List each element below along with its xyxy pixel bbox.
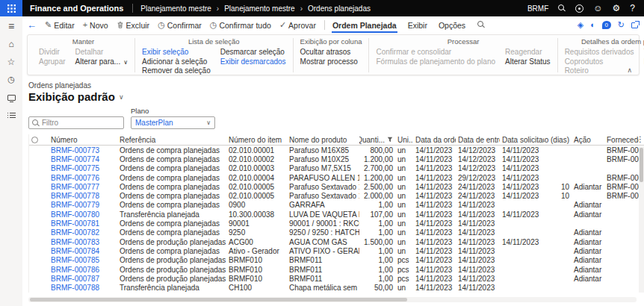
attachments-icon[interactable]: ◈ (578, 21, 583, 29)
cell-numero[interactable]: BRMF-000779 (49, 201, 117, 209)
filter-input[interactable] (42, 119, 120, 127)
column-header-referencia[interactable]: Referência (117, 136, 226, 144)
order-number-link[interactable]: BRMF-000780 (51, 210, 99, 219)
order-number-link[interactable]: BRMF-000779 (51, 201, 99, 209)
table-row[interactable]: BRMF-000776Ordens de compra planejadas02… (29, 173, 644, 182)
favorites-star-icon[interactable]: ☆ (7, 57, 16, 66)
view-selector[interactable]: Exibição padrão ∨ (28, 90, 123, 103)
cell-numero[interactable]: BRMF-000785 (49, 256, 117, 264)
cell-numero[interactable]: BRMF-000775 (49, 164, 117, 172)
column-options-icon[interactable]: ⋮ (637, 135, 644, 143)
tab-ordem-planejada[interactable]: Ordem Planejada (332, 18, 397, 33)
ribbon-item[interactable]: Alterar Status (505, 57, 551, 67)
table-row[interactable]: BRMF-000787Ordens de produção planejadas… (29, 274, 644, 283)
breadcrumb-item[interactable]: Ordens planejadas (308, 4, 371, 13)
feedback-smiley-icon[interactable]: ☺ (593, 4, 602, 13)
order-number-link[interactable]: BRMF-000774 (51, 155, 99, 163)
cell-numero[interactable]: BRMF-000776 (49, 174, 117, 182)
plan-select[interactable]: MasterPlan ∨ (131, 116, 215, 129)
column-header-unid[interactable]: Uni... (395, 136, 413, 144)
tab-exibir[interactable]: Exibir (407, 18, 428, 33)
delete-button[interactable]: Excluir (117, 21, 150, 30)
order-number-link[interactable]: BRMF-000773 (51, 146, 99, 154)
ribbon-item[interactable]: Ocultar atrasos (300, 48, 358, 57)
help-icon[interactable]: ? (630, 4, 635, 13)
order-number-link[interactable]: BRMF-000775 (51, 164, 99, 172)
select-all-circle-icon[interactable] (31, 137, 38, 143)
table-row[interactable]: BRMF-000775Ordens de compra planejadas02… (29, 164, 644, 173)
menu-icon[interactable]: ≡ (8, 21, 14, 31)
column-header-qtd[interactable]: Quanti... (359, 136, 395, 144)
order-number-link[interactable]: BRMF-000787 (51, 275, 99, 283)
recent-clock-icon[interactable]: ◷ (7, 75, 15, 84)
select-all-header[interactable] (29, 137, 49, 143)
horizontal-scrollbar-thumb[interactable] (30, 298, 407, 302)
app-title[interactable]: Finance and Operations (30, 4, 123, 13)
cell-numero[interactable]: BRMF-000783 (49, 238, 117, 246)
cell-numero[interactable]: BRMF-000784 (49, 247, 117, 255)
settings-gear-icon[interactable]: ⚙ (613, 4, 621, 13)
order-number-link[interactable]: BRMF-000788 (51, 284, 99, 292)
alerts-icon[interactable] (575, 4, 583, 13)
breadcrumb-item[interactable]: Planejamento mestre (140, 4, 211, 13)
ribbon-item[interactable]: Adicionar à seleção (142, 57, 211, 67)
cell-numero[interactable]: BRMF-000778 (49, 192, 117, 200)
column-header-fornecedor[interactable]: Fornecedor (604, 136, 639, 144)
search-icon[interactable] (558, 4, 566, 12)
messages-icon[interactable]: 0 (602, 21, 611, 29)
filter-funnel-icon[interactable] (387, 136, 393, 144)
contrast-icon[interactable]: ◐ (590, 21, 595, 29)
ribbon-item[interactable]: Desmarcar seleção (220, 48, 286, 57)
table-row[interactable]: BRMF-000777Ordens de compra planejadas02… (29, 182, 644, 191)
vertical-scrollbar-thumb[interactable] (640, 148, 643, 182)
column-header-acao[interactable]: Ação (572, 136, 604, 144)
cell-numero[interactable]: BRMF-000781 (49, 219, 117, 228)
order-number-link[interactable]: BRMF-000784 (51, 247, 99, 255)
order-number-link[interactable]: BRMF-000776 (51, 174, 99, 182)
order-number-link[interactable]: BRMF-000786 (51, 266, 99, 274)
table-row[interactable]: BRMF-000774Ordens de compra planejadas02… (29, 154, 644, 163)
table-row[interactable]: BRMF-000781Ordens de compra planejadas90… (29, 219, 644, 228)
order-number-link[interactable]: BRMF-000782 (51, 228, 99, 237)
back-button[interactable]: ← (27, 20, 37, 30)
column-header-data_entrega[interactable]: Data de entrega (456, 136, 500, 144)
workspaces-icon[interactable] (7, 93, 16, 102)
worklist-icon[interactable] (7, 110, 16, 120)
column-header-atraso[interactable]: Atraso (dias) (544, 136, 572, 144)
ribbon-item[interactable]: Exibir seleção (142, 48, 211, 57)
table-row[interactable]: BRMF-000782Ordens de compra planejadas92… (29, 228, 644, 237)
cell-numero[interactable]: BRMF-000786 (49, 266, 117, 274)
breadcrumb-item[interactable]: Planejamento mestre (224, 4, 295, 13)
edit-button[interactable]: ✎Editar (45, 21, 75, 30)
tab-opções[interactable]: Opções (438, 18, 466, 33)
column-header-numero[interactable]: Número (49, 136, 117, 144)
actionbar-search-icon[interactable] (477, 21, 485, 30)
new-button[interactable]: +Novo (83, 21, 108, 30)
table-row[interactable]: BRMF-000780Transferência planejada10.300… (29, 210, 644, 219)
order-number-link[interactable]: BRMF-000783 (51, 238, 99, 246)
table-row[interactable]: BRMF-000784Ordens de compra planejadasAt… (29, 246, 644, 255)
column-header-item[interactable]: Número do item (226, 136, 287, 144)
order-number-link[interactable]: BRMF-000778 (51, 192, 99, 200)
cell-numero[interactable]: BRMF-000774 (49, 155, 117, 163)
table-row[interactable]: BRMF-000786Ordens de produção planejadas… (29, 265, 644, 274)
table-row[interactable]: BRMF-000779Ordens de compra planejadas09… (29, 201, 644, 210)
cell-numero[interactable]: BRMF-000788 (49, 284, 117, 292)
collapse-chevron-up-icon[interactable]: ∧ (627, 66, 632, 74)
column-header-data_solicitada[interactable]: Data solicitada (500, 136, 544, 144)
table-row[interactable]: BRMF-000773Ordens de compra planejadas02… (29, 146, 644, 154)
cell-numero[interactable]: BRMF-000773 (49, 146, 117, 154)
ribbon-item[interactable]: Mostrar processo (300, 57, 358, 67)
approve-button[interactable]: ✓Aprovar (279, 21, 316, 30)
ribbon-item[interactable]: Remover da seleção (142, 66, 211, 76)
column-header-data_ordem[interactable]: Data da ordem (413, 136, 456, 144)
home-icon[interactable]: ⌂ (8, 39, 13, 49)
table-row[interactable]: BRMF-000783Ordens de produção planejadas… (29, 237, 644, 246)
open-in-new-window-icon[interactable] (631, 22, 638, 28)
confirm-button[interactable]: ◷Confirmar (158, 21, 202, 30)
refresh-icon[interactable]: ↻ (618, 21, 625, 29)
table-row[interactable]: BRMF-000788Transferência planejadaCH100C… (29, 283, 644, 292)
table-row[interactable]: BRMF-000778Ordens de compra planejadas02… (29, 191, 644, 200)
ribbon-item[interactable]: Exibir desmarcados (220, 57, 286, 67)
company-badge[interactable]: BRMF (527, 4, 548, 13)
